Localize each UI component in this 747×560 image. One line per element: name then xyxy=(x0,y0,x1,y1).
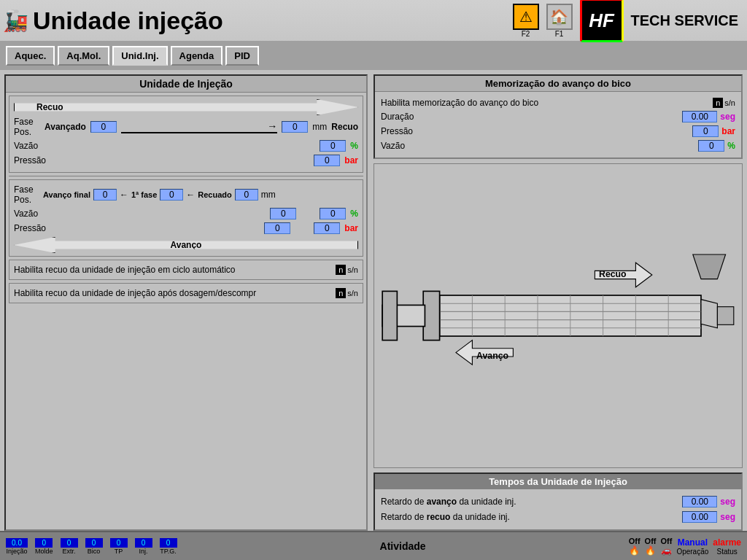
warning-icon[interactable]: ⚠ xyxy=(513,4,539,30)
habilita-memoriz-value[interactable]: n xyxy=(713,98,723,108)
train-icon: 🚂 xyxy=(3,9,28,33)
pos-unit: mm xyxy=(312,122,327,132)
f1-label: F1 xyxy=(555,30,564,38)
habilita1-sn[interactable]: n xyxy=(336,265,346,275)
svg-text:Avanço: Avanço xyxy=(476,351,508,361)
alarme-text: alarme xyxy=(713,537,741,548)
off3-text: Off xyxy=(660,537,672,545)
right-panel: Memorização do avanço do bico Habilita m… xyxy=(374,74,743,531)
inj-label: Inj. xyxy=(139,548,148,555)
duracao-input[interactable] xyxy=(682,111,717,122)
habilita-memoriz-sn: s/n xyxy=(724,98,735,107)
retardo-recuo-unit: seg xyxy=(720,512,735,522)
nav-tab-unidinj[interactable]: Unid.Inj. xyxy=(112,46,167,66)
status-molde: 0 Molde xyxy=(35,538,53,555)
off2-badge: Off 🔥 xyxy=(645,537,657,556)
habilita-recuo-dosagem: Habilita recuo da unidade de injeção apó… xyxy=(9,283,363,303)
vazao-value-recuo[interactable] xyxy=(320,140,346,152)
manual-text: Manual xyxy=(678,537,708,548)
hf-logo: HF xyxy=(580,0,624,42)
nav-tab-pid[interactable]: PID xyxy=(225,46,259,66)
bico-value[interactable]: 0 xyxy=(85,538,103,548)
injecao-value[interactable]: 0.0 xyxy=(6,538,28,548)
retardo-avanco-input[interactable] xyxy=(682,496,717,508)
pos-label2: Pos. xyxy=(14,195,40,205)
recuo-arrow-label: Recuo xyxy=(36,102,63,112)
pressao-label-avanco: Pressão xyxy=(14,223,58,233)
left-panel-title: Unidade de Injeção xyxy=(6,76,366,93)
header: 🚂 Unidade injeção ⚠ F2 🏠 F1 HF TECH SERV… xyxy=(0,0,747,70)
vazao-label-avanco: Vazão xyxy=(14,209,58,219)
status-tpg: 0 TP.G. xyxy=(160,538,177,555)
habilita-recuo-ciclo: Habilita recuo da unidade de injeção em … xyxy=(9,260,363,280)
retardo-avanco-label: Retardo de avanço da unidade inj. xyxy=(381,497,682,507)
pressao-value2-avanco[interactable] xyxy=(314,222,340,234)
injecao-label: Injeção xyxy=(6,548,27,555)
status-tp: 0 TP xyxy=(110,538,128,555)
tempos-panel: Tempos da Unidade de Injeção Retardo de … xyxy=(374,472,743,531)
fase-label: Fase xyxy=(14,117,40,127)
nav-tab-aqmol[interactable]: Aq.Mol. xyxy=(58,46,109,66)
atividade-label: Atividade xyxy=(185,540,622,552)
f1-button[interactable]: 🏠 F1 xyxy=(546,4,573,38)
recuo-label-right: Recuo xyxy=(331,122,358,132)
duracao-label: Duração xyxy=(381,112,682,122)
pressao-memoriz-input[interactable] xyxy=(692,125,719,137)
habilita2-sn-label: s/n xyxy=(347,289,358,298)
vazao-value1-avanco[interactable] xyxy=(270,208,296,219)
habilita2-sn[interactable]: n xyxy=(336,288,346,298)
pressao-value-recuo[interactable] xyxy=(314,155,340,166)
pos-avancado-input[interactable] xyxy=(90,121,117,133)
nav-tab-agenda[interactable]: Agenda xyxy=(171,46,223,66)
pos-recuado-input[interactable] xyxy=(235,189,258,201)
memoriz-title: Memorização do avanço do bico xyxy=(375,76,741,92)
vazao-unit-recuo: % xyxy=(350,141,358,151)
pressao-unit-avanco: bar xyxy=(344,223,358,233)
status-bico: 0 Bico xyxy=(85,538,103,555)
pressao-memoriz-label: Pressão xyxy=(381,126,692,136)
home-icon[interactable]: 🏠 xyxy=(546,4,573,30)
app-title: Unidade injeção xyxy=(33,7,223,35)
tpg-value[interactable]: 0 xyxy=(160,538,177,548)
tp-label: TP xyxy=(115,548,123,555)
svg-marker-6 xyxy=(701,300,717,328)
avanco-arrow-label: Avanço xyxy=(171,240,202,250)
extr-label: Extr. xyxy=(63,548,76,555)
memoriz-panel: Memorização do avanço do bico Habilita m… xyxy=(374,74,743,159)
svg-text:Recuo: Recuo xyxy=(599,269,627,279)
vazao-memoriz-label: Vazão xyxy=(381,141,698,151)
machine-diagram: Recuo Avanço xyxy=(374,163,743,468)
vazao-unit-avanco: % xyxy=(350,209,358,219)
pos-recuo-input[interactable] xyxy=(282,121,308,133)
tech-service-label: TECH SERVICE xyxy=(631,12,738,29)
pos-primeira-fase-input[interactable] xyxy=(160,189,183,201)
pos-avanco-final-input[interactable] xyxy=(93,189,117,201)
habilita1-text: Habilita recuo da unidade de injeção em … xyxy=(14,265,331,275)
status-inj: 0 Inj. xyxy=(135,538,152,555)
vazao-memoriz-input[interactable] xyxy=(698,140,724,152)
f2-label: F2 xyxy=(522,30,530,38)
svg-marker-0 xyxy=(693,254,726,279)
retardo-recuo-input[interactable] xyxy=(682,511,717,523)
avanco-final-label: Avanço final xyxy=(43,190,90,199)
status-text: Status xyxy=(716,548,737,556)
tp-value[interactable]: 0 xyxy=(110,538,128,548)
f2-button[interactable]: ⚠ F2 xyxy=(513,4,539,38)
tempos-title: Tempos da Unidade de Injeção xyxy=(375,474,741,489)
nav-tab-aquec[interactable]: Aquec. xyxy=(6,46,55,66)
pos-unit2: mm xyxy=(261,190,276,200)
status-extr: 0 Extr. xyxy=(61,538,78,555)
molde-label: Molde xyxy=(35,548,53,555)
habilita1-sn-label: s/n xyxy=(347,265,358,274)
avancado-label: Avançado xyxy=(44,122,86,132)
pressao-value1-avanco[interactable] xyxy=(264,222,290,234)
extr-value[interactable]: 0 xyxy=(61,538,78,548)
left-panel: Unidade de Injeção Recuo Fase Pos. Avanç… xyxy=(4,74,368,531)
vazao-value2-avanco[interactable] xyxy=(320,208,346,219)
recuado-label: Recuado xyxy=(198,190,231,199)
vazao-memoriz-unit: % xyxy=(727,141,735,151)
pressao-memoriz-unit: bar xyxy=(721,126,735,136)
fase-label2: Fase xyxy=(14,184,40,195)
inj-value[interactable]: 0 xyxy=(135,538,152,548)
molde-value[interactable]: 0 xyxy=(35,538,53,548)
